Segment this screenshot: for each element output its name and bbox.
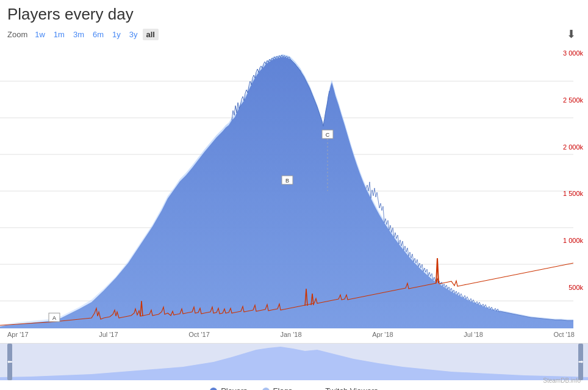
y-label-2500k: 2 500k	[563, 96, 583, 104]
y-axis-labels: 3 000k 2 500k 2 000k 1 500k 1 000k 500k	[563, 45, 583, 343]
header: Players every day Zoom 1w 1m 3m 6m 1y 3y…	[0, 0, 588, 45]
svg-text:⬅: ⬅	[7, 358, 12, 365]
legend-players-dot	[210, 388, 217, 391]
zoom-bar: Zoom 1w 1m 3m 6m 1y 3y all ⬇	[7, 26, 581, 42]
svg-text:A: A	[52, 315, 56, 321]
zoom-1m[interactable]: 1m	[50, 29, 68, 40]
y-label-1000k: 1 000k	[563, 237, 583, 244]
legend-flags: Flags	[262, 386, 293, 390]
y-label-500k: 500k	[563, 284, 583, 291]
main-chart-container: A B C 3 000k 2 500k 2 000k 1 500k 1 000k…	[0, 45, 588, 344]
x-axis-labels: Apr '17 Jul '17 Oct '17 Jan '18 Apr '18 …	[7, 331, 575, 338]
x-label-oct17: Oct '17	[188, 331, 210, 338]
main-chart-svg[interactable]: A B C	[0, 45, 573, 344]
legend-flags-label: Flags	[273, 386, 293, 390]
x-label-apr18: Apr '18	[372, 331, 393, 338]
x-label-jul17: Jul '17	[99, 331, 118, 338]
legend-players: Players	[210, 386, 247, 390]
x-label-apr17: Apr '17	[7, 331, 29, 338]
download-button[interactable]: ⬇	[562, 26, 581, 42]
x-label-jan18: Jan '18	[280, 331, 301, 338]
zoom-3y[interactable]: 3y	[126, 29, 142, 40]
legend-twitch: Twitch Viewers	[307, 386, 378, 390]
page-title: Players every day	[7, 5, 581, 24]
zoom-label: Zoom	[7, 30, 27, 39]
legend-players-label: Players	[221, 386, 247, 390]
svg-text:C: C	[326, 132, 330, 138]
zoom-6m[interactable]: 6m	[89, 29, 107, 40]
x-label-jul18: Jul '18	[464, 331, 482, 338]
legend-flags-dot	[262, 388, 270, 391]
y-label-2000k: 2 000k	[563, 143, 583, 151]
svg-text:B: B	[285, 178, 289, 184]
y-label-1500k: 1 500k	[563, 190, 583, 197]
zoom-1w[interactable]: 1w	[31, 29, 49, 40]
steamdb-credit: SteamDB.info	[543, 377, 581, 384]
legend-twitch-label: Twitch Viewers	[325, 386, 378, 390]
zoom-all[interactable]: all	[143, 29, 159, 40]
legend: Players Flags Twitch Viewers SteamDB.inf…	[0, 380, 588, 390]
x-label-oct18: Oct '18	[553, 331, 575, 338]
nav-chart[interactable]: ⬅ ➡	[0, 344, 588, 380]
zoom-1y[interactable]: 1y	[109, 29, 124, 40]
svg-text:➡: ➡	[578, 358, 584, 365]
zoom-3m[interactable]: 3m	[70, 29, 88, 40]
y-label-3000k: 3 000k	[563, 49, 583, 57]
nav-chart-svg: ⬅ ➡	[0, 344, 588, 380]
